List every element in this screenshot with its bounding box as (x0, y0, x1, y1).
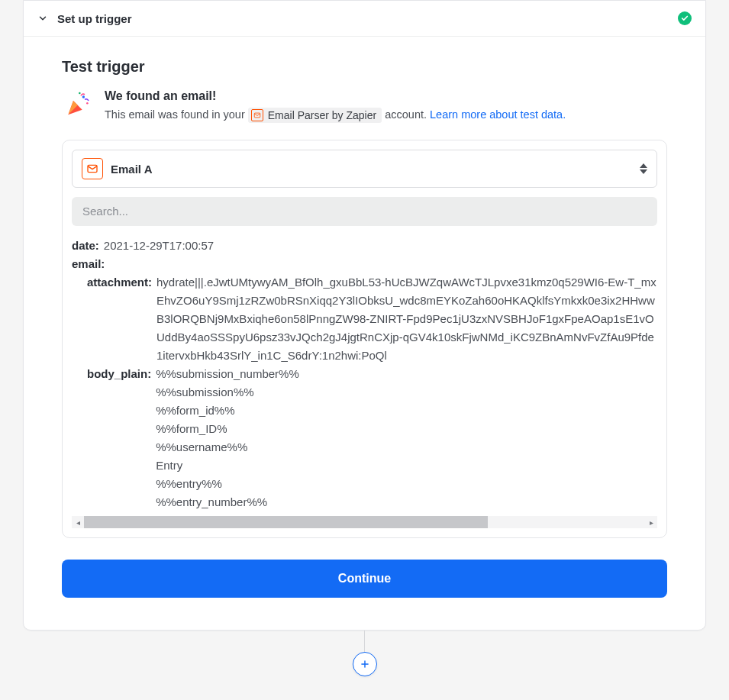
data-value-line: %%entry_number%% (156, 493, 299, 511)
data-value-line: Entry (156, 456, 299, 475)
data-value-line: %%username%% (156, 438, 299, 456)
step-header[interactable]: Set up trigger (24, 1, 705, 37)
sample-selector-label: Email A (111, 163, 632, 176)
svg-marker-5 (640, 163, 647, 168)
scroll-right-icon[interactable]: ▸ (645, 518, 657, 527)
email-parser-icon (251, 109, 263, 121)
step-connector (0, 631, 729, 676)
found-message: We found an email! This email was found … (62, 89, 667, 123)
data-value-line: %%form_id%% (156, 402, 299, 420)
data-value-line: %%form_ID% (156, 420, 299, 438)
svg-point-1 (86, 102, 89, 105)
data-value-line: %%submission%% (156, 383, 299, 402)
svg-point-0 (82, 95, 85, 98)
step-header-title: Set up trigger (57, 12, 678, 25)
svg-marker-6 (640, 169, 647, 174)
sample-selector[interactable]: Email A (72, 150, 657, 188)
data-field: email: (72, 255, 657, 273)
continue-button[interactable]: Continue (62, 560, 667, 598)
section-title: Test trigger (62, 58, 667, 76)
svg-point-2 (79, 92, 81, 95)
data-field: body_plain: %%submission_number%%%%submi… (72, 365, 657, 516)
found-description: This email was found in your Email Parse… (105, 108, 566, 123)
search-input[interactable] (82, 205, 647, 218)
found-title: We found an email! (105, 89, 566, 103)
sample-data-viewer[interactable]: date: 2021-12-29T17:00:57 email: attachm… (72, 234, 657, 516)
status-success-badge (678, 11, 692, 25)
step-body: Test trigger We found an email! This ema… (24, 37, 705, 630)
add-step-button[interactable] (353, 652, 377, 676)
trigger-step-card: Set up trigger Test trigger We found an … (23, 0, 706, 631)
data-value-line: %%entry%% (156, 475, 299, 493)
chevron-down-icon (37, 13, 48, 24)
horizontal-scrollbar[interactable]: ◂ ▸ (72, 516, 657, 528)
celebration-icon (62, 89, 92, 120)
learn-more-link[interactable]: Learn more about test data. (430, 108, 566, 121)
data-field: attachment: hydrate|||.eJwtUMtywyAM_BfOl… (72, 273, 657, 365)
scroll-left-icon[interactable]: ◂ (72, 518, 84, 527)
app-badge: Email Parser by Zapier (248, 108, 382, 123)
data-value-line: %%submission_number%% (156, 365, 299, 383)
data-field: date: 2021-12-29T17:00:57 (72, 237, 657, 255)
sample-panel: Email A date: 2021-12-29T17:00:57 email: (62, 140, 667, 538)
sort-icon (640, 163, 647, 174)
search-box[interactable] (72, 197, 657, 226)
email-parser-icon (82, 158, 103, 179)
